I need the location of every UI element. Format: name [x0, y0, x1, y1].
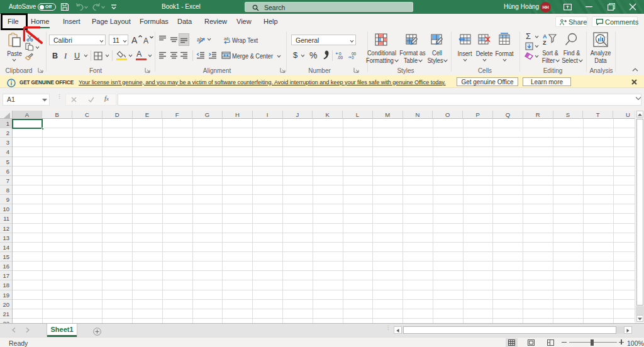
svg-text:0: 0 [352, 55, 354, 60]
svg-text:Z: Z [543, 40, 547, 46]
svg-text:.00: .00 [337, 55, 343, 60]
svg-text:A: A [543, 33, 547, 40]
svg-text:A: A [143, 36, 148, 45]
svg-text:A: A [131, 35, 138, 45]
